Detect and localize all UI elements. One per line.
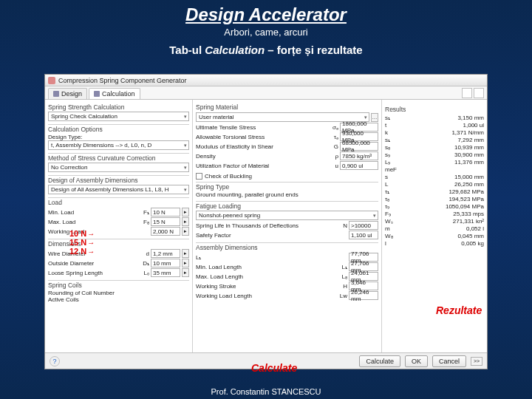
spring-strength-select[interactable]: Spring Check Calculation (48, 112, 189, 121)
loose-len-input[interactable]: 35 mm (151, 268, 180, 277)
result-value: 0,005 kg (461, 240, 484, 247)
min-load-input[interactable]: 10 N (151, 208, 180, 216)
design-type-label: Design Type: (48, 134, 189, 140)
calculate-button[interactable]: Calculate (359, 355, 400, 367)
od-symbol: D₁ (139, 260, 149, 267)
result-value: 194,523 MPa (449, 196, 484, 202)
density-input[interactable]: 7850 kg/m³ (340, 151, 378, 160)
tool-button-2-icon[interactable] (474, 88, 484, 98)
util-input[interactable]: 0,900 ul (340, 161, 378, 170)
result-row: W₈0,045 mm (385, 233, 484, 239)
chevron-button[interactable]: >> (471, 357, 482, 366)
mod-input[interactable]: 68500,000 MPa (340, 142, 378, 151)
slide-tabline: Tab-ul Calculation – forțe și rezultate (0, 44, 532, 56)
spring-strength-header: Spring Strength Calculation (48, 103, 189, 112)
tabline-post: – forțe și rezultate (265, 44, 363, 56)
result-value: 1050,094 MPa (446, 203, 484, 210)
work-len-symbol: Lw (337, 293, 347, 299)
dialog-body: Spring Strength Calculation Spring Check… (45, 100, 487, 352)
ats-label: Allowable Torsional Stress (196, 134, 327, 140)
safety-input[interactable]: 1,100 ul (349, 231, 378, 239)
tabline-em: Calculation (205, 44, 265, 56)
max-load-symbol: F₈ (139, 219, 149, 225)
tab-calculation[interactable]: Calculation (89, 88, 140, 99)
result-key: τ₈ (385, 196, 403, 202)
life-input[interactable]: >10000 (349, 221, 378, 230)
od-label: Outside Diameter (48, 260, 137, 267)
left-column: Spring Strength Calculation Spring Check… (45, 100, 193, 352)
min-load-symbol: F₁ (139, 209, 149, 216)
cancel-button[interactable]: Cancel (432, 355, 466, 367)
spring-type-text: Ground mounting, parallel ground ends (196, 191, 378, 198)
load-header: Load (48, 197, 189, 207)
result-row: L₉11,376 mm (385, 159, 484, 166)
fatigue-select[interactable]: Nonshot-peened spring (196, 211, 378, 220)
result-value: 1,000 ul (463, 122, 484, 129)
max-load-input[interactable]: 15 N (151, 217, 180, 226)
wire-dia-label: Wire Diameter (48, 250, 137, 257)
max-load-len-label: Max. Load Length (196, 273, 335, 280)
od-input[interactable]: 10 mm (151, 259, 180, 267)
density-label: Density (196, 153, 327, 160)
density-symbol: ρ (328, 153, 338, 160)
result-row: s₉30,900 mm (385, 151, 484, 158)
loose-len-arrow-icon[interactable]: ▸ (182, 268, 189, 277)
util-symbol: u (328, 163, 338, 169)
result-row: s₁7,292 mm (385, 137, 484, 143)
wire-dia-arrow-icon[interactable]: ▸ (182, 249, 189, 258)
result-key: s₉ (385, 151, 403, 158)
loose-len-symbol: L₀ (139, 270, 149, 276)
buckling-label: Check of Buckling (205, 173, 252, 180)
assembly-design-header: Design of Assembly Dimensions (48, 175, 189, 185)
tab-design-label: Design (61, 90, 82, 98)
curvature-select[interactable]: No Correction (48, 163, 189, 172)
ok-button[interactable]: OK (405, 355, 428, 367)
result-value: 11,376 mm (454, 159, 484, 166)
result-value: 1,371 N/mm (451, 129, 484, 136)
result-key: s₁ (385, 115, 403, 121)
result-key: τ₁ (385, 188, 403, 195)
ats-symbol: τₐ (328, 134, 338, 140)
uts-symbol: σₐ (328, 124, 338, 131)
annotation-calculate: Calculate (251, 362, 297, 374)
result-row: τ₉1050,094 MPa (385, 203, 484, 210)
help-icon[interactable]: ? (50, 356, 60, 366)
spring-coils-header: Spring Coils (48, 280, 189, 290)
od-arrow-icon[interactable]: ▸ (182, 259, 189, 267)
calculation-icon (94, 91, 100, 97)
max-load-label: Max. Load (48, 219, 137, 225)
wire-dia-symbol: d (139, 250, 149, 257)
result-value: 7,292 mm (457, 137, 484, 143)
tabs-bar: Design Calculation (45, 86, 487, 100)
window-title: Compression Spring Component Generator (58, 77, 187, 84)
dimensions-header: Dimensions (48, 239, 189, 248)
assembly-design-select[interactable]: Design of All Assembly Dimensions L1, L8… (48, 185, 189, 194)
tab-design[interactable]: Design (48, 88, 87, 99)
buckling-checkbox[interactable]: Check of Buckling (196, 173, 378, 180)
max-load-arrow-icon[interactable]: ▸ (182, 217, 189, 226)
result-row: s₈10,939 mm (385, 144, 484, 151)
material-select[interactable]: User material (196, 112, 369, 122)
result-value: 25,333 mps (453, 211, 484, 217)
design-type-select[interactable]: t, Assembly Dimensions --> d, L0, n, D (48, 140, 189, 150)
min-load-len-symbol: L₁ (337, 264, 347, 270)
stroke-symbol: H (337, 283, 347, 290)
work-len-input[interactable]: 26,246 mm (349, 291, 378, 300)
wire-dia-input[interactable]: 1,2 mm (151, 249, 180, 258)
result-key: m (385, 225, 403, 232)
spring-type-header: Spring Type (196, 182, 378, 191)
working-load-arrow-icon[interactable]: ▸ (182, 227, 189, 236)
tool-button-1-icon[interactable] (462, 88, 472, 98)
l1-top-label: L₁ (196, 254, 347, 261)
tool-buttons (462, 88, 484, 99)
result-value: 26,250 mm (454, 181, 484, 188)
result-row: s₁3,150 mm (385, 115, 484, 121)
min-load-arrow-icon[interactable]: ▸ (182, 208, 189, 216)
result-value: 271,331 kn² (453, 218, 484, 225)
result-key: L₉ (385, 159, 403, 166)
working-load-input[interactable]: 2,000 N (151, 227, 180, 236)
middle-column: Spring Material User material… Ultimate … (193, 100, 382, 352)
result-row: l0,005 kg (385, 240, 484, 247)
checkbox-icon (196, 173, 202, 180)
results-header: Results (385, 105, 484, 114)
